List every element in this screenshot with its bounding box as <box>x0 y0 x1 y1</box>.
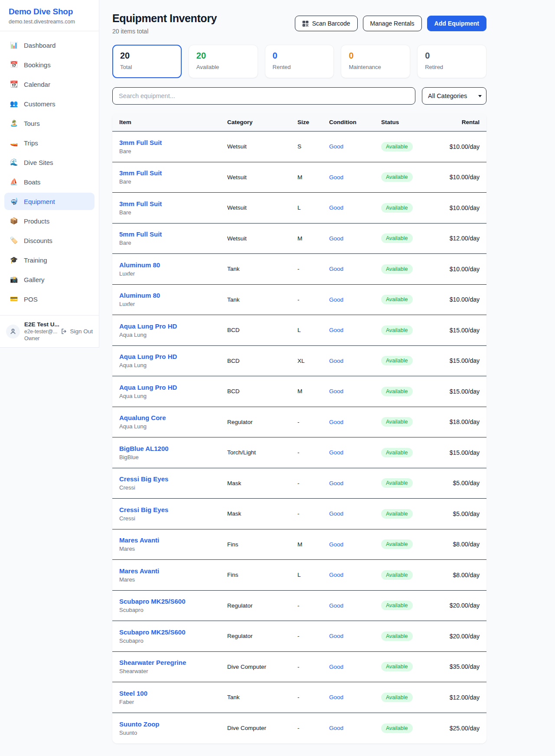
item-rental: $8.00/day <box>440 541 480 548</box>
search-input[interactable] <box>112 87 415 105</box>
item-rental: $15.00/day <box>440 388 480 395</box>
item-cell: Cressi Big Eyes Cressi <box>119 475 227 491</box>
condition-link[interactable]: Good <box>329 480 343 486</box>
item-cell: Cressi Big Eyes Cressi <box>119 506 227 522</box>
item-size: M <box>297 174 329 181</box>
table-row: Aqua Lung Pro HD Aqua Lung BCD M Good Av… <box>112 376 486 407</box>
item-rental: $20.00/day <box>440 602 480 609</box>
item-name-link[interactable]: Aqua Lung Pro HD <box>119 322 227 330</box>
condition-link[interactable]: Good <box>329 358 343 364</box>
item-name-link[interactable]: Steel 100 <box>119 690 227 697</box>
page-title-block: Equipment Inventory 20 items total <box>112 12 217 35</box>
item-cell: Aqualung Core Aqua Lung <box>119 414 227 430</box>
condition-link[interactable]: Good <box>329 174 343 181</box>
item-name-link[interactable]: BigBlue AL1200 <box>119 445 227 452</box>
condition-link[interactable]: Good <box>329 725 343 731</box>
condition-link[interactable]: Good <box>329 572 343 578</box>
condition-cell: Good <box>329 480 381 486</box>
condition-cell: Good <box>329 633 381 639</box>
stat-card[interactable]: 0 Rented <box>265 45 334 78</box>
item-name-link[interactable]: Mares Avanti <box>119 567 227 575</box>
sidebar-nav-item[interactable]: 🤿 Equipment <box>4 193 95 210</box>
item-rental: $8.00/day <box>440 572 480 579</box>
condition-link[interactable]: Good <box>329 602 343 609</box>
stat-card[interactable]: 0 Retired <box>417 45 486 78</box>
sidebar-nav-item[interactable]: 🚤 Trips <box>4 134 95 151</box>
sidebar-nav-item[interactable]: ⛵ Boats <box>4 173 95 191</box>
condition-cell: Good <box>329 572 381 578</box>
sign-out-button[interactable]: Sign Out <box>61 328 93 335</box>
condition-link[interactable]: Good <box>329 388 343 394</box>
stat-card[interactable]: 20 Available <box>189 45 258 78</box>
condition-link[interactable]: Good <box>329 296 343 303</box>
condition-link[interactable]: Good <box>329 633 343 639</box>
condition-link[interactable]: Good <box>329 327 343 333</box>
add-equipment-label: Add Equipment <box>434 20 479 27</box>
stat-card[interactable]: 0 Maintenance <box>341 45 410 78</box>
status-cell: Available <box>381 662 440 671</box>
sidebar-nav-item[interactable]: 🏷️ Discounts <box>4 232 95 249</box>
sidebar-nav-item[interactable]: 🌊 Dive Sites <box>4 154 95 171</box>
item-name-link[interactable]: Aluminum 80 <box>119 261 227 269</box>
condition-cell: Good <box>329 296 381 303</box>
condition-link[interactable]: Good <box>329 235 343 242</box>
sidebar-nav-item[interactable]: 📸 Gallery <box>4 271 95 288</box>
item-name-link[interactable]: Scubapro MK25/S600 <box>119 628 227 636</box>
item-name-link[interactable]: Cressi Big Eyes <box>119 475 227 483</box>
sidebar-nav-item[interactable]: 📊 Dashboard <box>4 36 95 54</box>
item-category: BCD <box>227 358 297 364</box>
item-name-link[interactable]: Scubapro MK25/S600 <box>119 598 227 605</box>
item-brand: Luxfer <box>119 301 227 307</box>
avatar <box>6 325 20 339</box>
add-equipment-button[interactable]: Add Equipment <box>427 16 486 31</box>
item-rental: $10.00/day <box>440 174 480 181</box>
item-name-link[interactable]: Suunto Zoop <box>119 720 227 728</box>
item-name-link[interactable]: Aluminum 80 <box>119 292 227 299</box>
table-row: Scubapro MK25/S600 Scubapro Regulator - … <box>112 591 486 621</box>
item-name-link[interactable]: Shearwater Peregrine <box>119 659 227 666</box>
condition-link[interactable]: Good <box>329 510 343 517</box>
scan-barcode-button[interactable]: Scan Barcode <box>295 16 358 31</box>
status-badge: Available <box>381 631 413 641</box>
item-name-link[interactable]: Cressi Big Eyes <box>119 506 227 513</box>
condition-link[interactable]: Good <box>329 541 343 548</box>
item-name-link[interactable]: 3mm Full Suit <box>119 139 227 146</box>
item-brand: Aqua Lung <box>119 332 227 338</box>
brand-block: Demo Dive Shop demo.test.divestreams.com <box>0 0 99 31</box>
status-badge: Available <box>381 539 413 549</box>
sidebar-nav-item[interactable]: 📅 Bookings <box>4 56 95 73</box>
condition-link[interactable]: Good <box>329 664 343 670</box>
item-brand: Shearwater <box>119 668 227 674</box>
stat-card[interactable]: 20 Total <box>112 45 182 78</box>
item-name-link[interactable]: Aqualung Core <box>119 414 227 421</box>
condition-link[interactable]: Good <box>329 266 343 272</box>
sidebar-nav-item[interactable]: 🎓 Training <box>4 251 95 269</box>
status-cell: Available <box>381 509 440 519</box>
sidebar-nav-item[interactable]: 📦 Products <box>4 212 95 230</box>
category-select[interactable]: All Categories <box>422 87 486 105</box>
item-rental: $10.00/day <box>440 204 480 211</box>
item-name-link[interactable]: 3mm Full Suit <box>119 200 227 207</box>
nav-item-label: Training <box>24 256 47 264</box>
sidebar-nav-item[interactable]: 📆 Calendar <box>4 76 95 93</box>
condition-link[interactable]: Good <box>329 143 343 150</box>
item-name-link[interactable]: 5mm Full Suit <box>119 230 227 238</box>
item-name-link[interactable]: Aqua Lung Pro HD <box>119 353 227 360</box>
condition-link[interactable]: Good <box>329 419 343 425</box>
item-name-link[interactable]: 3mm Full Suit <box>119 169 227 177</box>
sidebar-nav-item[interactable]: 💳 POS <box>4 290 95 308</box>
condition-cell: Good <box>329 725 381 731</box>
condition-cell: Good <box>329 235 381 242</box>
status-cell: Available <box>381 601 440 610</box>
sidebar-nav-item[interactable]: 👥 Customers <box>4 95 95 112</box>
item-name-link[interactable]: Aqua Lung Pro HD <box>119 384 227 391</box>
table-row: Aqualung Core Aqua Lung Regulator - Good… <box>112 407 486 438</box>
item-name-link[interactable]: Mares Avanti <box>119 536 227 544</box>
manage-rentals-button[interactable]: Manage Rentals <box>363 16 422 31</box>
item-brand: Mares <box>119 576 227 583</box>
sidebar-nav-item[interactable]: 🏝️ Tours <box>4 115 95 132</box>
condition-link[interactable]: Good <box>329 694 343 700</box>
status-badge: Available <box>381 264 413 274</box>
condition-link[interactable]: Good <box>329 204 343 211</box>
condition-link[interactable]: Good <box>329 449 343 456</box>
